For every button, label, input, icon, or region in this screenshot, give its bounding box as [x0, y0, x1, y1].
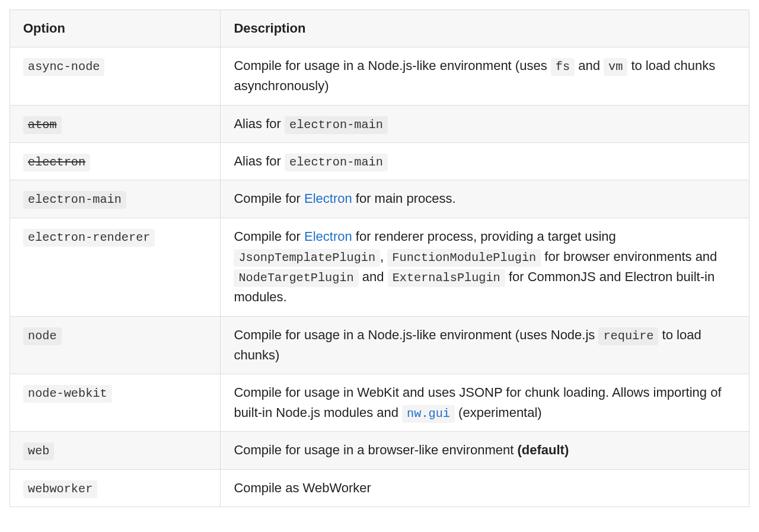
- option-code: electron: [23, 154, 90, 171]
- description-cell: Alias for electron-main: [221, 142, 750, 180]
- table-row: webworkerCompile as WebWorker: [10, 469, 750, 506]
- option-cell: atom: [10, 105, 221, 142]
- description-cell: Compile for Electron for main process.: [221, 180, 750, 218]
- table-row: nodeCompile for usage in a Node.js-like …: [10, 316, 750, 374]
- option-code: node: [23, 327, 62, 345]
- table-row: webCompile for usage in a browser-like e…: [10, 432, 750, 469]
- inline-code: NodeTargetPlugin: [234, 269, 358, 287]
- description-cell: Compile for Electron for renderer proces…: [221, 218, 750, 316]
- inline-code: ExternalsPlugin: [388, 269, 505, 287]
- option-code: electron-main: [23, 191, 126, 209]
- table-row: electron-mainCompile for Electron for ma…: [10, 180, 750, 218]
- inline-code: vm: [604, 58, 627, 76]
- inline-link[interactable]: Electron: [304, 191, 352, 206]
- option-cell: async-node: [10, 47, 221, 105]
- bold-text: (default): [518, 442, 569, 457]
- description-cell: Compile for usage in a browser-like envi…: [221, 432, 750, 469]
- table-row: async-nodeCompile for usage in a Node.js…: [10, 47, 750, 105]
- inline-code: JsonpTemplatePlugin: [234, 249, 380, 267]
- option-code: electron-renderer: [23, 229, 155, 247]
- option-code: node-webkit: [23, 385, 112, 403]
- option-cell: webworker: [10, 469, 221, 506]
- description-cell: Compile for usage in a Node.js-like envi…: [221, 316, 750, 374]
- table-row: node-webkitCompile for usage in WebKit a…: [10, 374, 750, 431]
- inline-code-link[interactable]: nw.gui: [402, 405, 455, 423]
- option-cell: electron-main: [10, 180, 221, 218]
- option-cell: electron-renderer: [10, 218, 221, 316]
- option-code: webworker: [23, 480, 97, 498]
- target-options-table: Option Description async-nodeCompile for…: [9, 9, 750, 507]
- option-cell: electron: [10, 142, 221, 180]
- description-cell: Compile as WebWorker: [221, 469, 750, 506]
- option-code: async-node: [23, 58, 104, 76]
- header-description: Description: [221, 10, 750, 47]
- table-row: atomAlias for electron-main: [10, 105, 750, 142]
- option-code: web: [23, 442, 54, 460]
- option-cell: node-webkit: [10, 374, 221, 431]
- description-cell: Compile for usage in a Node.js-like envi…: [221, 47, 750, 105]
- inline-code: fs: [551, 58, 575, 76]
- option-cell: node: [10, 316, 221, 374]
- table-row: electron-rendererCompile for Electron fo…: [10, 218, 750, 316]
- option-cell: web: [10, 432, 221, 469]
- inline-code: FunctionModulePlugin: [387, 249, 541, 267]
- inline-code: electron-main: [285, 154, 388, 171]
- description-cell: Alias for electron-main: [221, 105, 750, 142]
- inline-code: electron-main: [285, 116, 388, 134]
- inline-code: require: [598, 327, 658, 345]
- table-row: electronAlias for electron-main: [10, 142, 750, 180]
- option-code: atom: [23, 116, 62, 134]
- inline-link[interactable]: Electron: [304, 229, 352, 244]
- header-option: Option: [10, 10, 221, 47]
- description-cell: Compile for usage in WebKit and uses JSO…: [221, 374, 750, 431]
